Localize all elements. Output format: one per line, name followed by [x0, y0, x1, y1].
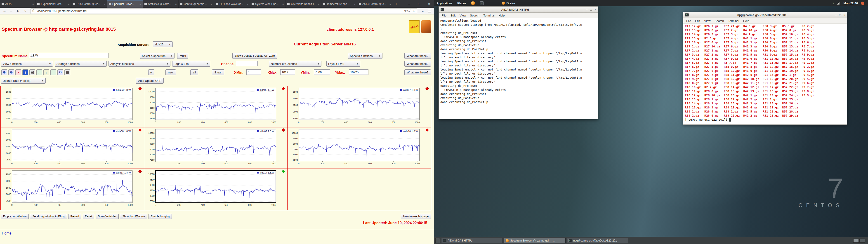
- footer-button[interactable]: Show Variables: [96, 214, 119, 219]
- gallery-toggle-button[interactable]: ▸: [148, 69, 154, 75]
- bookmark-star-icon[interactable]: ☆: [412, 9, 415, 13]
- browser-tab[interactable]: Spectrum Brows...×: [107, 0, 143, 8]
- footer-button[interactable]: Reload: [68, 214, 81, 219]
- spectrum-panel[interactable]: 7500800085009000950010000020040060080010…: [144, 86, 288, 127]
- footer-button[interactable]: Empty Log Window: [1, 214, 29, 219]
- panel-clock[interactable]: Mon 22:46: [843, 2, 858, 5]
- forward-icon[interactable]: →: [8, 8, 14, 14]
- titlebar[interactable]: >_ AIDA MIDAS HTTPd – □ ×: [439, 6, 598, 13]
- overlay-icon[interactable]: ▣: [29, 69, 35, 75]
- menu-help[interactable]: Help: [741, 19, 751, 23]
- linear-button[interactable]: linear: [212, 69, 224, 75]
- tab-close-icon[interactable]: ×: [389, 2, 391, 6]
- what-are-these-button[interactable]: What are these?: [404, 61, 431, 67]
- tags-fits-dropdown[interactable]: Tags & Fits▼: [172, 61, 210, 67]
- home-link[interactable]: Home: [2, 231, 11, 236]
- menu-view[interactable]: View: [458, 14, 468, 17]
- spectrum-panel[interactable]: 7500800085009000950002004006008001000aid…: [1, 169, 144, 210]
- maximize-icon[interactable]: □: [414, 0, 424, 8]
- grid-icon[interactable]: ▦: [64, 69, 70, 75]
- help-button[interactable]: How to use this page: [401, 214, 431, 219]
- spectra-functions-dropdown[interactable]: Spectra functions▼: [348, 53, 382, 59]
- menu-search[interactable]: Search: [468, 14, 481, 17]
- show-update-group[interactable]: Show | Update | Update All | Zero: [232, 53, 277, 59]
- zoom-level[interactable]: 90%: [403, 9, 411, 13]
- spectrum-panel[interactable]: 7500800085009000950010000020040060080010…: [144, 127, 288, 169]
- menu-file[interactable]: File: [440, 14, 448, 17]
- show-desktop-button[interactable]: [435, 238, 440, 243]
- zoom-out-icon[interactable]: ⊖: [8, 69, 14, 75]
- firefox-launcher[interactable]: [469, 0, 477, 6]
- arrange-functions-dropdown[interactable]: Arrange functions▼: [55, 61, 107, 67]
- taskbar-window-button[interactable]: >_AIDA MIDAS HTTPd: [441, 238, 503, 243]
- tab-close-icon[interactable]: ×: [282, 2, 284, 6]
- focused-app-menu[interactable]: Firefox: [499, 0, 518, 6]
- footer-button[interactable]: Reset: [83, 214, 94, 219]
- ymin-input[interactable]: [314, 69, 330, 75]
- site-info-icon[interactable]: ⓘ: [32, 9, 35, 13]
- zoom-in-icon[interactable]: ⊕: [1, 69, 7, 75]
- maximize-icon[interactable]: □: [590, 8, 592, 11]
- tab-close-icon[interactable]: ×: [175, 2, 177, 6]
- refresh-icon[interactable]: ↻: [57, 69, 63, 75]
- browser-tab[interactable]: Temperature and ...×: [321, 0, 357, 8]
- overflow-icon[interactable]: »: [420, 8, 426, 14]
- home-icon[interactable]: ⌂: [22, 8, 28, 14]
- footer-button[interactable]: Show Log Window: [120, 214, 147, 219]
- tab-close-icon[interactable]: ×: [103, 2, 105, 6]
- tab-close-icon[interactable]: ×: [139, 2, 141, 6]
- new-button[interactable]: new: [165, 69, 176, 75]
- arrow-right-icon[interactable]: →: [51, 69, 56, 75]
- menu-icon[interactable]: [426, 8, 433, 14]
- browser-tab[interactable]: LED and Wavefor...×: [214, 0, 250, 8]
- applications-menu[interactable]: Applications: [434, 0, 455, 6]
- browser-tab[interactable]: ASIC Control @ c...×: [357, 0, 393, 8]
- spectrum-panel[interactable]: 7500800085009000950002004006008001000aid…: [1, 127, 144, 169]
- browser-tab[interactable]: Run Control @ ca...×: [71, 0, 107, 8]
- channel-input[interactable]: [236, 61, 258, 66]
- close-icon[interactable]: ×: [843, 13, 845, 17]
- maximize-icon[interactable]: □: [839, 13, 841, 17]
- close-icon[interactable]: ×: [424, 0, 434, 8]
- places-menu[interactable]: Places: [455, 0, 469, 6]
- arrow-up-icon[interactable]: ↑: [43, 69, 49, 75]
- network-icon[interactable]: [837, 2, 840, 4]
- xmin-input[interactable]: [246, 69, 261, 75]
- footer-button[interactable]: Send Log Window to ELog: [30, 214, 67, 219]
- terminal-launcher[interactable]: >_: [477, 0, 486, 6]
- user-status-icon[interactable]: [861, 2, 864, 5]
- tab-close-icon[interactable]: ×: [353, 2, 355, 6]
- menu-edit[interactable]: Edit: [693, 19, 702, 23]
- titlebar[interactable]: >_ npg@carme-gsi:/TapeData/G22-201 – □ ×: [683, 12, 847, 18]
- all-button[interactable]: all: [190, 69, 198, 75]
- spectrum-panel[interactable]: 7500800085009000950010000020040060080010…: [144, 169, 288, 210]
- spectrum-name-input[interactable]: [29, 53, 108, 58]
- update-rate-dropdown[interactable]: Update Rate (4 secs)▼: [1, 78, 46, 84]
- what-are-these-button[interactable]: What are these?: [404, 69, 431, 75]
- browser-tab[interactable]: AIDA×: [0, 0, 36, 8]
- spectrum-panel[interactable]: 7500800085009000950002004006008001000aid…: [287, 86, 431, 127]
- menu-terminal[interactable]: Terminal: [726, 19, 741, 23]
- layout-id-dropdown[interactable]: Layout ID=8▼: [327, 61, 360, 67]
- multi-button[interactable]: multi: [177, 53, 188, 59]
- browser-tab[interactable]: Control @ carme-...×: [179, 0, 214, 8]
- minimize-icon[interactable]: –: [835, 13, 837, 17]
- terminal1-body[interactable]: RunControlClient loaded Completed custom…: [439, 18, 598, 119]
- arrow-left-icon[interactable]: ←: [36, 69, 42, 75]
- menu-view[interactable]: View: [702, 19, 712, 23]
- browser-tab[interactable]: Statistics @ carm...×: [143, 0, 179, 8]
- new-tab-button[interactable]: +: [393, 0, 400, 8]
- acquisition-server-dropdown[interactable]: aida26▼: [153, 41, 173, 47]
- tab-close-icon[interactable]: ×: [32, 2, 34, 6]
- mascot-logo[interactable]: [421, 20, 431, 33]
- minimize-icon[interactable]: –: [404, 0, 414, 8]
- browser-tab[interactable]: System wide Che...×: [250, 0, 286, 8]
- volume-icon[interactable]: ♪: [833, 2, 834, 5]
- address-bar[interactable]: ⓘ localhost:8015/Spectrum/Spectrum.tml 9…: [30, 8, 417, 14]
- what-are-these-button[interactable]: What are these?: [404, 53, 431, 59]
- number-of-galleries-dropdown[interactable]: Number of Galleries▼: [269, 61, 321, 67]
- midas-logo[interactable]: Midas: [409, 20, 420, 33]
- close-icon[interactable]: ×: [594, 8, 596, 11]
- tab-close-icon[interactable]: ×: [318, 2, 320, 6]
- taskbar-window-button[interactable]: >_npg@carme-gsi:/TapeData/G22-201: [567, 238, 628, 243]
